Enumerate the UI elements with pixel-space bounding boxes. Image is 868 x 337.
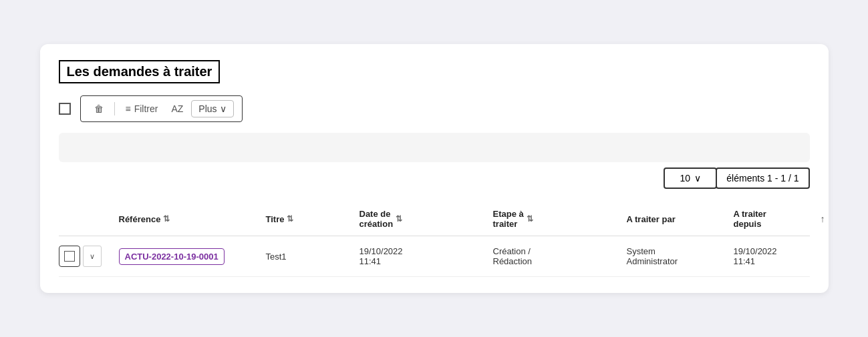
sort-reference-icon[interactable]: ⇅ (163, 214, 170, 224)
col-up: ↑ (821, 209, 837, 229)
data-table: Référence ⇅ Titre ⇅ Date decréation ⇅ Et… (59, 202, 810, 277)
toolbar: 🗑 ≡ Filtrer AZ Plus ∨ (59, 95, 810, 122)
pagination-row: 10 ∨ éléments 1 - 1 / 1 (59, 167, 810, 189)
page-info: éléments 1 - 1 / 1 (716, 167, 809, 189)
page-title: Les demandes à traiter (59, 60, 221, 83)
chevron-down-icon: ∨ (90, 252, 95, 261)
sort-date-icon[interactable]: ⇅ (396, 214, 402, 224)
table-header: Référence ⇅ Titre ⇅ Date decréation ⇅ Et… (59, 202, 810, 236)
select-all-checkbox[interactable] (59, 103, 71, 115)
toolbar-divider (114, 102, 115, 115)
traiter-depuis-cell: 19/10/202211:41 (734, 246, 821, 266)
chevron-down-icon: ∨ (694, 173, 701, 184)
sort-icon: AZ (171, 103, 183, 114)
row-checkbox-wrapper[interactable] (59, 246, 80, 267)
filter-icon: ≡ (126, 103, 131, 114)
filter-button[interactable]: ≡ Filtrer (120, 101, 164, 117)
sort-titre-icon[interactable]: ⇅ (287, 214, 293, 224)
table-row: ∨ ACTU-2022-10-19-0001 Test1 19/10/20221… (59, 236, 810, 277)
col-traiter-par: A traiter par (627, 209, 734, 229)
delete-button[interactable]: 🗑 (89, 101, 109, 117)
row-controls: ∨ (59, 246, 119, 267)
main-container: Les demandes à traiter 🗑 ≡ Filtrer AZ Pl… (40, 44, 829, 293)
col-titre: Titre ⇅ (266, 209, 359, 229)
search-row (59, 133, 810, 162)
date-creation-cell: 19/10/202211:41 (359, 246, 493, 266)
up-icon[interactable]: ↑ (821, 214, 825, 224)
chevron-down-icon: ∨ (220, 103, 227, 114)
col-select (59, 209, 119, 229)
sort-button[interactable]: AZ (166, 101, 188, 117)
row-checkbox[interactable] (64, 251, 75, 262)
etape-cell: Création /Rédaction (493, 246, 627, 266)
per-page-select[interactable]: 10 ∨ (664, 167, 717, 189)
delete-icon: 🗑 (94, 103, 104, 114)
col-date-creation: Date decréation ⇅ (359, 209, 493, 229)
reference-cell: ACTU-2022-10-19-0001 (119, 248, 266, 265)
col-reference: Référence ⇅ (119, 209, 266, 229)
toolbar-inner: 🗑 ≡ Filtrer AZ Plus ∨ (80, 95, 243, 122)
col-etape: Etape àtraiter ⇅ (493, 209, 627, 229)
col-traiter-depuis: A traiterdepuis (734, 209, 821, 229)
plus-button[interactable]: Plus ∨ (191, 100, 233, 117)
row-expand-button[interactable]: ∨ (83, 246, 102, 267)
sort-etape-icon[interactable]: ⇅ (527, 214, 533, 224)
traiter-par-cell: SystemAdministrator (627, 246, 734, 266)
titre-cell: Test1 (266, 252, 359, 262)
reference-link[interactable]: ACTU-2022-10-19-0001 (119, 248, 225, 265)
